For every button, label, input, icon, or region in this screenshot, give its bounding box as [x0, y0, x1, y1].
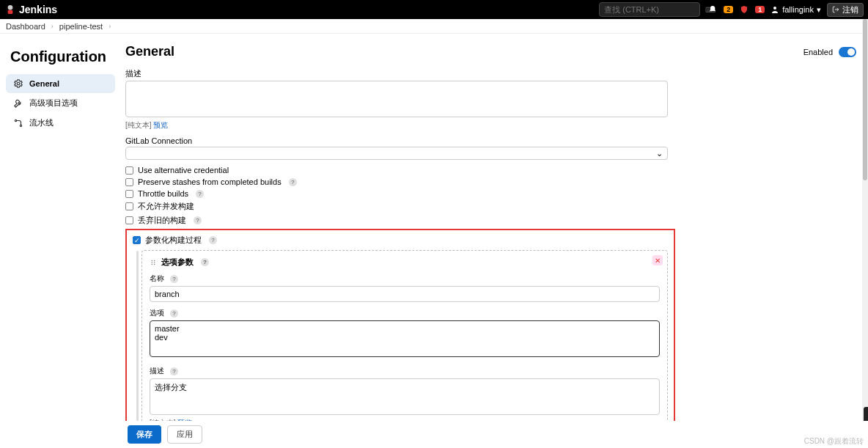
svg-point-13: [154, 263, 155, 265]
svg-point-5: [17, 82, 20, 85]
description-label: 描述: [125, 68, 856, 79]
chevron-right-icon: ›: [51, 23, 54, 30]
check-parameterized[interactable]: ✓ 参数化构建过程 ?: [133, 235, 668, 246]
parameterized-section: ✓ 参数化构建过程 ? ✕ 选项参数 ? 名称? 选项? 描述?: [125, 229, 675, 433]
svg-point-9: [154, 260, 155, 261]
svg-point-8: [152, 260, 153, 261]
svg-rect-1: [8, 10, 13, 14]
description-textarea[interactable]: [125, 81, 668, 117]
user-icon: [770, 5, 779, 14]
apply-button[interactable]: 应用: [167, 425, 202, 444]
chevron-down-icon: ▾: [817, 5, 821, 15]
pipeline-icon: [13, 118, 23, 128]
enabled-toggle[interactable]: [839, 47, 856, 57]
user-menu[interactable]: fallingink ▾: [770, 5, 821, 15]
top-header: Jenkins ⌨ 2 1 fallingink ▾ 注销: [0, 0, 868, 19]
drag-icon[interactable]: [150, 259, 157, 266]
page-title: Configuration: [10, 48, 111, 65]
breadcrumb: Dashboard › pipeline-test ›: [0, 19, 868, 34]
parameter-card: ✕ 选项参数 ? 名称? 选项? 描述? [纯文本] 预览: [141, 250, 668, 433]
wrench-icon: [13, 98, 23, 109]
help-icon[interactable]: ?: [289, 178, 297, 186]
logout-icon: [832, 6, 839, 13]
chevron-right-icon: ›: [108, 23, 111, 30]
svg-point-4: [773, 7, 776, 10]
param-name-label: 名称: [150, 273, 164, 284]
plain-text-label: [纯文本]: [125, 121, 152, 129]
param-choices-textarea[interactable]: [150, 320, 660, 357]
sidebar-item-pipeline[interactable]: 流水线: [6, 113, 115, 133]
breadcrumb-item[interactable]: pipeline-test: [59, 22, 103, 31]
username: fallingink: [782, 5, 814, 14]
help-icon[interactable]: ?: [201, 258, 209, 266]
help-icon[interactable]: ?: [170, 309, 178, 317]
param-desc-textarea[interactable]: [150, 378, 660, 415]
param-name-input[interactable]: [150, 286, 660, 302]
svg-point-10: [152, 262, 153, 263]
alert-badge[interactable]: 1: [755, 6, 765, 13]
param-type-label: 选项参数: [161, 257, 194, 268]
gitlab-select[interactable]: ⌄: [125, 147, 668, 160]
logout-label: 注销: [842, 4, 858, 15]
svg-point-0: [8, 5, 13, 10]
enabled-label: Enabled: [803, 48, 833, 56]
main-content: General Enabled 描述 [纯文本] 预览 GitLab Conne…: [121, 34, 868, 433]
gear-icon: [13, 78, 23, 89]
search-box[interactable]: ⌨: [599, 2, 700, 17]
sidebar-item-label: General: [29, 79, 59, 88]
bell-icon[interactable]: [707, 4, 718, 15]
section-heading: General: [125, 44, 174, 59]
logout-button[interactable]: 注销: [827, 3, 864, 17]
param-desc-label: 描述: [150, 366, 164, 376]
breadcrumb-item[interactable]: Dashboard: [6, 22, 45, 31]
svg-point-7: [20, 125, 21, 126]
check-discard-old[interactable]: 丢弃旧的构建?: [125, 215, 856, 226]
check-throttle[interactable]: Throttle builds?: [125, 189, 856, 198]
preview-link[interactable]: 预览: [153, 121, 168, 129]
notify-badge[interactable]: 2: [724, 6, 733, 13]
help-icon[interactable]: ?: [209, 236, 217, 244]
help-icon[interactable]: ?: [170, 275, 178, 283]
svg-point-6: [15, 120, 16, 121]
scrollbar-thumb[interactable]: [863, 19, 867, 180]
search-input[interactable]: [604, 5, 705, 14]
help-icon[interactable]: ?: [194, 216, 202, 224]
param-choices-label: 选项: [150, 308, 164, 318]
check-preserve-stashes[interactable]: Preserve stashes from completed builds?: [125, 177, 856, 186]
sidebar-item-label: 流水线: [29, 117, 54, 128]
sidebar-item-advanced[interactable]: 高级项目选项: [6, 93, 115, 113]
brand-text: Jenkins: [19, 4, 57, 15]
close-icon: ✕: [655, 257, 661, 265]
footer-actions: 保存 应用: [0, 421, 868, 448]
shield-icon[interactable]: [739, 4, 749, 15]
watermark: CSDN @跟着流转: [804, 436, 864, 447]
delete-button[interactable]: ✕: [652, 255, 663, 265]
svg-point-11: [154, 262, 155, 263]
jenkins-icon: [4, 4, 16, 15]
check-no-concurrent[interactable]: 不允许并发构建: [125, 201, 856, 212]
sidebar-item-label: 高级项目选项: [29, 98, 78, 109]
check-alt-credential[interactable]: Use alternative credential: [125, 166, 856, 175]
gitlab-label: GitLab Connection: [125, 136, 856, 145]
chevron-down-icon: ⌄: [656, 149, 663, 158]
sidebar: Configuration General 高级项目选项 流水线: [0, 34, 121, 433]
save-button[interactable]: 保存: [128, 425, 161, 444]
logo[interactable]: Jenkins: [4, 4, 57, 15]
help-icon[interactable]: ?: [196, 190, 204, 198]
svg-point-12: [152, 263, 153, 265]
sidebar-item-general[interactable]: General: [6, 74, 115, 93]
help-icon[interactable]: ?: [170, 367, 178, 375]
